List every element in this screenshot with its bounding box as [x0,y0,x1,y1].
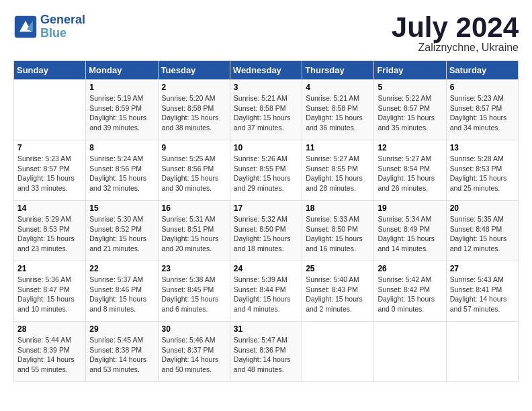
weekday-header-thursday: Thursday [302,61,374,80]
day-number: 14 [17,203,82,213]
calendar-cell: 23Sunrise: 5:38 AMSunset: 8:45 PMDayligh… [158,261,230,322]
calendar-cell: 11Sunrise: 5:27 AMSunset: 8:55 PMDayligh… [302,140,374,201]
title-block: July 2024 Zaliznychne, Ukraine [392,13,519,54]
day-info: Sunrise: 5:44 AMSunset: 8:39 PMDaylight:… [17,335,82,375]
day-info: Sunrise: 5:29 AMSunset: 8:53 PMDaylight:… [17,214,82,254]
day-info: Sunrise: 5:36 AMSunset: 8:47 PMDaylight:… [17,275,82,314]
day-number: 6 [450,83,515,92]
calendar-cell: 8Sunrise: 5:24 AMSunset: 8:56 PMDaylight… [86,140,158,201]
day-info: Sunrise: 5:28 AMSunset: 8:53 PMDaylight:… [450,154,515,193]
day-info: Sunrise: 5:27 AMSunset: 8:55 PMDaylight:… [306,154,370,193]
day-number: 31 [234,324,298,334]
day-number: 21 [17,264,82,273]
day-number: 5 [378,83,442,92]
day-info: Sunrise: 5:22 AMSunset: 8:57 PMDaylight:… [378,93,442,133]
day-info: Sunrise: 5:19 AMSunset: 8:59 PMDaylight:… [89,93,154,133]
weekday-header-row: SundayMondayTuesdayWednesdayThursdayFrid… [14,61,519,80]
calendar-cell: 5Sunrise: 5:22 AMSunset: 8:57 PMDaylight… [374,80,446,140]
calendar-cell [374,322,446,382]
day-number: 10 [234,143,298,152]
calendar-cell: 20Sunrise: 5:35 AMSunset: 8:48 PMDayligh… [446,201,518,261]
day-info: Sunrise: 5:21 AMSunset: 8:58 PMDaylight:… [306,93,370,133]
day-number: 7 [17,143,82,152]
day-info: Sunrise: 5:35 AMSunset: 8:48 PMDaylight:… [450,214,515,254]
day-number: 15 [89,203,154,213]
calendar-cell: 4Sunrise: 5:21 AMSunset: 8:58 PMDaylight… [302,80,374,140]
calendar-cell: 7Sunrise: 5:23 AMSunset: 8:57 PMDaylight… [14,140,86,201]
day-info: Sunrise: 5:37 AMSunset: 8:46 PMDaylight:… [89,275,154,314]
calendar-cell: 12Sunrise: 5:27 AMSunset: 8:54 PMDayligh… [374,140,446,201]
day-info: Sunrise: 5:25 AMSunset: 8:56 PMDaylight:… [162,154,226,193]
logo-line1: General [40,13,85,27]
calendar-cell [446,322,518,382]
weekday-header-saturday: Saturday [446,61,518,80]
day-info: Sunrise: 5:23 AMSunset: 8:57 PMDaylight:… [17,154,82,193]
day-number: 2 [162,83,226,92]
day-info: Sunrise: 5:38 AMSunset: 8:45 PMDaylight:… [162,275,226,314]
day-info: Sunrise: 5:21 AMSunset: 8:58 PMDaylight:… [234,93,298,133]
day-info: Sunrise: 5:47 AMSunset: 8:36 PMDaylight:… [234,335,298,375]
day-number: 22 [89,264,154,273]
calendar-cell: 1Sunrise: 5:19 AMSunset: 8:59 PMDaylight… [86,80,158,140]
day-number: 29 [89,324,154,334]
day-number: 16 [162,203,226,213]
day-info: Sunrise: 5:45 AMSunset: 8:38 PMDaylight:… [89,335,154,375]
day-number: 28 [17,324,82,334]
calendar-week-4: 21Sunrise: 5:36 AMSunset: 8:47 PMDayligh… [14,261,519,322]
calendar-cell: 9Sunrise: 5:25 AMSunset: 8:56 PMDaylight… [158,140,230,201]
day-number: 9 [162,143,226,152]
day-info: Sunrise: 5:42 AMSunset: 8:42 PMDaylight:… [378,275,442,314]
calendar-cell: 15Sunrise: 5:30 AMSunset: 8:52 PMDayligh… [86,201,158,261]
logo: General Blue [13,13,85,40]
calendar-cell: 28Sunrise: 5:44 AMSunset: 8:39 PMDayligh… [14,322,86,382]
day-number: 26 [378,264,442,273]
calendar-cell [302,322,374,382]
calendar-cell: 26Sunrise: 5:42 AMSunset: 8:42 PMDayligh… [374,261,446,322]
weekday-header-friday: Friday [374,61,446,80]
day-info: Sunrise: 5:43 AMSunset: 8:41 PMDaylight:… [450,275,515,314]
calendar-cell: 14Sunrise: 5:29 AMSunset: 8:53 PMDayligh… [14,201,86,261]
day-info: Sunrise: 5:26 AMSunset: 8:55 PMDaylight:… [234,154,298,193]
calendar-week-2: 7Sunrise: 5:23 AMSunset: 8:57 PMDaylight… [14,140,519,201]
calendar-cell: 13Sunrise: 5:28 AMSunset: 8:53 PMDayligh… [446,140,518,201]
day-info: Sunrise: 5:40 AMSunset: 8:43 PMDaylight:… [306,275,370,314]
logo-line2: Blue [40,27,85,40]
calendar-cell: 10Sunrise: 5:26 AMSunset: 8:55 PMDayligh… [230,140,302,201]
day-number: 27 [450,264,515,273]
day-number: 13 [450,143,515,152]
day-number: 23 [162,264,226,273]
logo-icon [13,15,38,39]
day-info: Sunrise: 5:34 AMSunset: 8:49 PMDaylight:… [378,214,442,254]
calendar-cell: 6Sunrise: 5:23 AMSunset: 8:57 PMDaylight… [446,80,518,140]
day-number: 12 [378,143,442,152]
calendar-week-3: 14Sunrise: 5:29 AMSunset: 8:53 PMDayligh… [14,201,519,261]
location: Zaliznychne, Ukraine [392,42,519,54]
day-info: Sunrise: 5:23 AMSunset: 8:57 PMDaylight:… [450,93,515,133]
weekday-header-monday: Monday [86,61,158,80]
day-number: 18 [306,203,370,213]
day-info: Sunrise: 5:39 AMSunset: 8:44 PMDaylight:… [234,275,298,314]
day-number: 25 [306,264,370,273]
calendar-cell: 24Sunrise: 5:39 AMSunset: 8:44 PMDayligh… [230,261,302,322]
day-info: Sunrise: 5:46 AMSunset: 8:37 PMDaylight:… [162,335,226,375]
calendar-table: SundayMondayTuesdayWednesdayThursdayFrid… [13,60,519,382]
calendar-cell: 17Sunrise: 5:32 AMSunset: 8:50 PMDayligh… [230,201,302,261]
calendar-cell: 2Sunrise: 5:20 AMSunset: 8:58 PMDaylight… [158,80,230,140]
weekday-header-tuesday: Tuesday [158,61,230,80]
calendar-week-5: 28Sunrise: 5:44 AMSunset: 8:39 PMDayligh… [14,322,519,382]
day-number: 17 [234,203,298,213]
page-header: General Blue July 2024 Zaliznychne, Ukra… [13,13,519,54]
day-number: 19 [378,203,442,213]
weekday-header-sunday: Sunday [14,61,86,80]
day-number: 8 [89,143,154,152]
day-info: Sunrise: 5:32 AMSunset: 8:50 PMDaylight:… [234,214,298,254]
calendar-body: 1Sunrise: 5:19 AMSunset: 8:59 PMDaylight… [14,80,519,382]
calendar-cell: 25Sunrise: 5:40 AMSunset: 8:43 PMDayligh… [302,261,374,322]
calendar-cell: 19Sunrise: 5:34 AMSunset: 8:49 PMDayligh… [374,201,446,261]
calendar-cell: 3Sunrise: 5:21 AMSunset: 8:58 PMDaylight… [230,80,302,140]
calendar-cell [14,80,86,140]
weekday-header-wednesday: Wednesday [230,61,302,80]
day-number: 3 [234,83,298,92]
day-number: 24 [234,264,298,273]
calendar-cell: 31Sunrise: 5:47 AMSunset: 8:36 PMDayligh… [230,322,302,382]
